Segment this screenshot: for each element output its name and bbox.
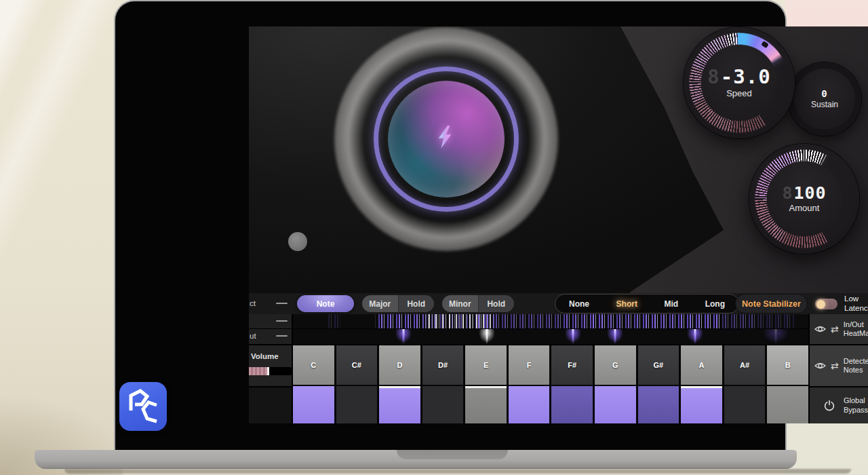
power-icon[interactable]	[824, 400, 835, 411]
key-state[interactable]	[681, 386, 722, 423]
piano-keyboard: C C# D D# E F F# G G#	[293, 345, 808, 423]
key-state[interactable]	[509, 386, 550, 423]
sustain-knob[interactable]: 0 Sustain	[788, 62, 861, 136]
heatmap-out-spot	[477, 329, 496, 344]
swap-icon[interactable]: ⇄	[831, 324, 839, 335]
piano-key-B[interactable]: B	[767, 345, 808, 423]
speed-label: Speed	[726, 88, 752, 98]
low-latency-toggle[interactable]	[815, 299, 837, 309]
heatmap-out-spot	[564, 329, 583, 344]
laptop-base	[35, 450, 797, 469]
key-state[interactable]	[767, 386, 808, 423]
value-dash	[276, 335, 288, 337]
sustain-value: 0	[821, 89, 827, 98]
key-state[interactable]	[336, 386, 378, 423]
lightning-bolt-icon	[436, 126, 454, 149]
heatmap-out-label-cell: ut	[249, 329, 292, 344]
minor-button[interactable]: Minor	[442, 295, 479, 312]
value-dash	[276, 303, 288, 304]
controls-row: ct Note Major Hold Minor Hold None Short…	[249, 293, 868, 314]
heatmap-out-spot	[686, 329, 705, 344]
key-state[interactable]	[379, 386, 420, 423]
piano-key-Csharp[interactable]: C#	[336, 345, 378, 423]
major-hold-button[interactable]: Hold	[399, 295, 435, 312]
piano-key-Gsharp[interactable]: G#	[638, 345, 679, 423]
volume-slider-handle[interactable]	[267, 367, 269, 375]
volume-label: Volume	[251, 352, 279, 360]
volume-slider-fill	[249, 367, 267, 375]
piano-key-G[interactable]: G	[595, 345, 636, 423]
major-hold-group: Major Hold	[362, 295, 434, 312]
piano-key-D[interactable]: D	[379, 345, 420, 423]
major-button[interactable]: Major	[362, 295, 399, 312]
laptop-base-shadow	[64, 469, 851, 474]
minor-hold-group: Minor Hold	[442, 295, 514, 312]
key-state[interactable]	[465, 386, 507, 423]
heatmap-out-spot	[761, 329, 791, 344]
option-short[interactable]: Short	[616, 299, 637, 309]
key-state[interactable]	[724, 386, 766, 423]
inout-heatmaps-cell: ⇄ In/Out HeatMaps	[810, 314, 868, 344]
option-long[interactable]: Long	[705, 299, 725, 309]
heatmap-in-label-cell	[249, 314, 292, 328]
note-stabilizer-button[interactable]: Note Stabilizer	[736, 294, 807, 313]
out-label-fragment: ut	[250, 332, 256, 340]
visualizer-section: -3.0 Speed 0 Sustain 100 Amount	[249, 26, 868, 293]
laptop-base-notch	[397, 450, 508, 459]
low-latency-label: Low Latency	[844, 294, 868, 314]
brand-logo-mark	[125, 387, 161, 425]
eye-icon[interactable]	[814, 325, 826, 333]
heatmap-in-white-streaks	[293, 314, 808, 328]
global-bypass-cell: Global Bypass	[810, 387, 868, 423]
piano-key-F[interactable]: F	[509, 345, 550, 423]
volume-cell: Volume	[249, 345, 292, 386]
option-mid[interactable]: Mid	[664, 299, 678, 309]
note-button[interactable]: Note	[297, 295, 354, 312]
heatmap-out-spot	[394, 329, 413, 344]
piano-key-E[interactable]: E	[465, 345, 507, 423]
key-state[interactable]	[422, 386, 464, 423]
heatmap-in-strip	[293, 314, 808, 328]
option-none[interactable]: None	[569, 299, 589, 309]
piano-key-Dsharp[interactable]: D#	[422, 345, 464, 423]
drag-handle-dot[interactable]	[288, 232, 307, 251]
key-state[interactable]	[293, 386, 334, 423]
amount-label: Amount	[789, 203, 820, 213]
value-dash	[276, 320, 288, 322]
inout-heatmaps-label: In/Out HeatMaps	[844, 320, 868, 338]
amount-knob[interactable]: 100 Amount	[749, 144, 859, 254]
sustain-label: Sustain	[811, 100, 838, 109]
laptop-screen: -3.0 Speed 0 Sustain 100 Amount	[114, 0, 787, 450]
effect-label-fragment: ct	[250, 299, 256, 307]
heatmap-out-spot	[606, 329, 625, 344]
detected-notes-label: Detected Notes	[844, 357, 868, 375]
key-state[interactable]	[638, 386, 679, 423]
piano-key-Fsharp[interactable]: F#	[551, 345, 593, 423]
speed-knob[interactable]: -3.0 Speed	[684, 27, 795, 138]
minor-hold-button[interactable]: Hold	[479, 295, 515, 312]
key-state[interactable]	[595, 386, 636, 423]
key-state[interactable]	[551, 386, 593, 423]
swap-icon[interactable]: ⇄	[831, 360, 839, 372]
speed-value: -3.0	[707, 67, 770, 87]
plugin-window: -3.0 Speed 0 Sustain 100 Amount	[249, 26, 868, 423]
volume-slider[interactable]	[249, 367, 294, 375]
empty-cell	[249, 387, 292, 423]
piano-key-Asharp[interactable]: A#	[724, 345, 766, 423]
stabilizer-length-group: None Short Mid Long	[555, 294, 739, 314]
global-bypass-label: Global Bypass	[844, 396, 868, 414]
eye-icon[interactable]	[814, 362, 826, 370]
piano-key-C[interactable]: C	[293, 345, 334, 423]
amount-value: 100	[782, 185, 826, 202]
piano-key-A[interactable]: A	[681, 345, 722, 423]
brand-logo	[119, 382, 167, 431]
heatmap-out-strip	[293, 329, 808, 344]
toggle-knob	[816, 300, 825, 309]
detected-notes-cell: ⇄ Detected Notes	[810, 345, 868, 386]
